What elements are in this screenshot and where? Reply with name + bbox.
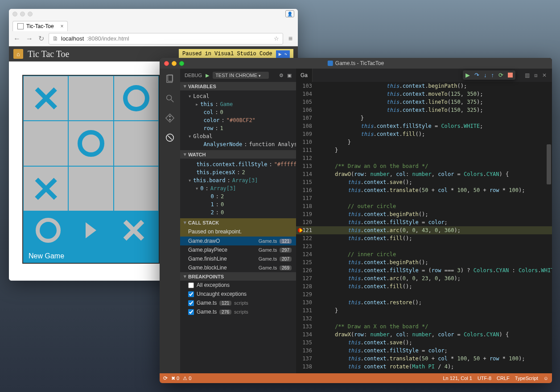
code-line[interactable]: 137 this.context.translate(50 + col * 10… [296,355,552,363]
code-line[interactable]: 130 this.context.restore(); [296,298,552,306]
feedback-icon[interactable]: ☺ [544,376,548,381]
chrome-menu-icon[interactable]: ≡ [287,35,294,43]
status-language[interactable]: TypeScript [515,376,538,381]
code-line[interactable]: 135 this.context.save(); [296,339,552,347]
code-line[interactable]: 107 } [296,114,552,122]
callstack-frame[interactable]: Game.finishLineGame.ts207 [180,254,296,263]
bp-uncaught-exceptions[interactable]: Uncaught exceptions [180,290,296,298]
code-line[interactable]: 112 [296,154,552,162]
var-col[interactable]: col: 0 [180,108,296,116]
watch-leaf[interactable]: 0: 2 [180,192,296,200]
code-line[interactable]: 104 this.context.moveTo(125, 350); [296,90,552,98]
var-color[interactable]: color: "#00BCF2" [180,116,296,124]
cell-0-2[interactable] [114,76,158,120]
debug-config-select[interactable]: Test in chrome ▾ [213,72,269,79]
code-line[interactable]: 121 this.context.arc(0, 0, 43, 0, 360); [296,226,552,234]
bookmark-star-icon[interactable]: ☆ [274,35,279,42]
callstack-frame[interactable]: Game.playPieceGame.ts297 [180,245,296,254]
chrome-tab[interactable]: Tic-Tac-Toe × [12,21,68,31]
watch-sub[interactable]: ▾0: Array[3] [180,184,296,192]
code-line[interactable]: 103 this.context.beginPath(); [296,82,552,90]
watch-leaf[interactable]: 2: 0 [180,208,296,216]
code-line[interactable]: 125 this.context.beginPath(); [296,258,552,266]
code-line[interactable]: 109 this.context.fill(); [296,130,552,138]
code-line[interactable]: 115 this.context.save(); [296,178,552,186]
editor-tab[interactable]: Ga [296,69,313,82]
debug-settings-icon[interactable]: ⚙ [279,73,284,78]
watch-item[interactable]: ▾this.board: Array[3] [180,176,296,184]
code-line[interactable]: 118 // outer circle [296,202,552,210]
bp-item[interactable]: Game.ts276scripts [180,307,296,316]
forward-button[interactable]: → [25,35,34,43]
code-line[interactable]: 122 this.context.fill(); [296,234,552,242]
traffic-lights[interactable] [164,61,184,66]
code-line[interactable]: 127 this.context.arc(0, 0, 23, 0, 360); [296,274,552,282]
breakpoints-section-header[interactable]: ▾BREAKPOINTS [180,272,296,281]
home-icon[interactable]: ⌂ [13,49,23,59]
code-line[interactable]: 123 [296,242,552,250]
code-line[interactable]: 126 this.context.fillStyle = (row === 3)… [296,266,552,274]
cell-1-1[interactable] [69,121,113,165]
code-line[interactable]: 120 this.context.fillStyle = color; [296,218,552,226]
reload-button[interactable]: ↻ [37,34,45,43]
debug-step-icon[interactable]: ↷ [283,51,288,57]
status-errors[interactable]: ✖ 0 [171,376,179,381]
more-icon[interactable]: ⧈ [534,72,538,78]
code-line[interactable]: 106 this.context.lineTo(150, 325); [296,106,552,114]
var-row[interactable]: row: 1 [180,124,296,132]
code-line[interactable]: 111 } [296,146,552,154]
address-bar[interactable]: 🗎 localhost:8080/index.html ☆ [49,33,283,45]
code-line[interactable]: 113 /** Draw an O on the board */ [296,162,552,170]
debug-stop-icon[interactable] [508,73,513,78]
cell-0-1[interactable] [69,76,113,120]
code-line[interactable]: 133 /** Draw an X on the board */ [296,323,552,331]
watch-section-header[interactable]: ▾WATCH [180,150,296,159]
watch-item[interactable]: this.context.fillStyle: "#ffffff" [180,160,296,168]
var-this[interactable]: ▸this: Game [180,100,296,108]
code-line[interactable]: 131 } [296,306,552,314]
cell-2-1[interactable] [69,167,113,211]
status-encoding[interactable]: UTF-8 [478,376,491,381]
tab-close-icon[interactable]: × [61,23,64,29]
code-editor[interactable]: 103 this.context.beginPath();104 this.co… [296,82,552,373]
debug-stepover-icon[interactable]: ↷ [474,72,479,78]
traffic-lights[interactable] [12,12,33,16]
close-editor-icon[interactable]: ✕ [542,72,547,78]
split-editor-icon[interactable]: ▥ [525,72,530,78]
code-line[interactable]: 114 drawO(row: number, col: number, colo… [296,170,552,178]
code-line[interactable]: 108 this.context.fillStyle = Colors.WHIT… [296,122,552,130]
scrollbar[interactable] [547,82,551,373]
cell-1-2[interactable] [114,121,158,165]
code-line[interactable]: 116 this.context.translate(50 + col * 10… [296,186,552,194]
debug-stepin-icon[interactable]: ↓ [484,72,487,78]
debug-resume-icon[interactable]: ▶ [278,51,283,57]
cell-2-2[interactable] [114,167,158,211]
scope-global[interactable]: ▾Global [180,132,296,140]
variables-section-header[interactable]: ▾VARIABLES [180,82,296,90]
bp-all-exceptions[interactable]: All exceptions [180,281,296,290]
debug-icon[interactable] [164,132,176,143]
debug-restart-icon[interactable]: ⟳ [498,72,503,78]
code-line[interactable]: 136 this.context.fillStyle = color; [296,347,552,355]
callstack-section-header[interactable]: ▾CALL STACK [180,218,296,227]
bp-checkbox[interactable] [188,282,194,288]
bp-checkbox[interactable] [188,291,194,297]
bp-item[interactable]: Game.ts121scripts [180,298,296,307]
sync-icon[interactable]: ⟳ [163,375,168,381]
code-line[interactable]: 138 this context rotate(Math PI / 4); [296,363,552,371]
var-analyser[interactable]: AnalyserNode: function AnalyserNod… [180,140,296,148]
back-button[interactable]: ← [12,35,21,43]
status-eol[interactable]: CRLF [497,376,510,381]
status-cursor-pos[interactable]: Ln 121, Col 1 [443,376,472,381]
code-line[interactable]: 117 [296,194,552,202]
code-line[interactable]: 110 } [296,138,552,146]
cell-0-0[interactable] [24,76,68,120]
scrollbar-thumb[interactable] [547,144,551,184]
debug-stepout-icon[interactable]: ↑ [491,72,494,78]
git-icon[interactable] [164,112,176,124]
code-line[interactable]: 124 // inner circle [296,250,552,258]
status-warnings[interactable]: ⚠ 0 [183,376,191,381]
code-line[interactable]: 132 [296,314,552,323]
callstack-frame[interactable]: Game.drawOGame.ts121 [180,237,296,245]
code-line[interactable]: 128 this.context.fill(); [296,282,552,290]
